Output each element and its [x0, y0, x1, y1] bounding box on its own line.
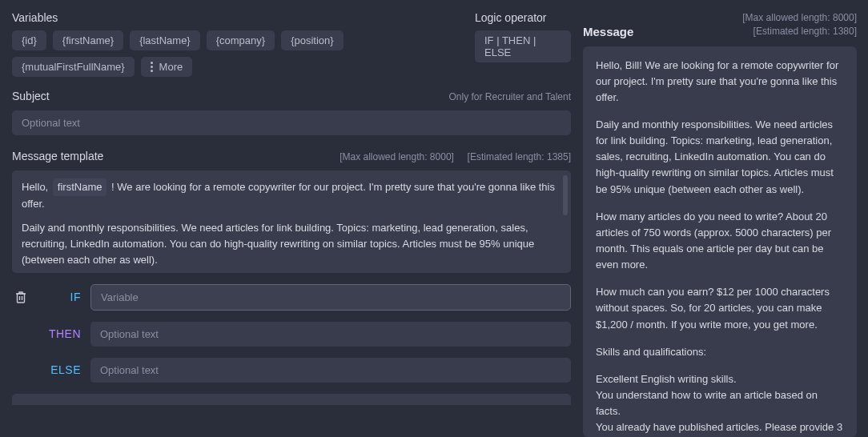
right-panel: Message [Max allowed length: 8000] [Esti…: [583, 0, 868, 437]
else-input[interactable]: [90, 358, 571, 383]
chip-position[interactable]: {position}: [281, 30, 344, 50]
msg-para: Daily and monthly responsibilities. We n…: [596, 117, 844, 198]
msg-list: Excellent English writing skills. You un…: [596, 371, 844, 437]
template-est: [Estimated length: 1385]: [468, 151, 571, 162]
if-variable-input[interactable]: [90, 284, 571, 311]
message-meta: [Max allowed length: 8000] [Estimated le…: [742, 11, 857, 38]
keyword-then: THEN: [39, 327, 81, 340]
message-template-editor[interactable]: Hello, firstName ! We are looking for a …: [12, 170, 571, 273]
variables-label: Variables: [12, 11, 467, 24]
msg-line: You already have published articles. Ple…: [596, 421, 842, 437]
msg-para: Hello, Bill! We are looking for a remote…: [596, 58, 844, 106]
message-preview-title: Message: [583, 25, 633, 38]
next-block-peek: [12, 394, 571, 405]
then-input[interactable]: [90, 322, 571, 347]
chip-firstname[interactable]: {firstName}: [53, 30, 123, 50]
template-meta: [Max allowed length: 8000] [Estimated le…: [340, 150, 571, 164]
msg-para: Skills and qualifications:: [596, 344, 844, 360]
delete-logic-icon[interactable]: [12, 291, 30, 303]
keyword-else: ELSE: [39, 363, 81, 376]
template-max: [Max allowed length: 8000]: [340, 151, 454, 162]
variable-chips: {id} {firstName} {lastName} {company} {p…: [12, 30, 467, 77]
chip-company[interactable]: {company}: [207, 30, 275, 50]
msg-para: How much can you earn? $12 per 1000 char…: [596, 284, 844, 332]
keyword-if: IF: [39, 291, 81, 303]
subject-label: Subject: [12, 90, 50, 102]
chip-more[interactable]: More: [141, 57, 193, 77]
msg-est: [Estimated length: 1380]: [753, 26, 857, 37]
template-text: Hello,: [22, 181, 51, 193]
chip-lastname[interactable]: {lastName}: [130, 30, 200, 50]
template-paragraph: Hello, firstName ! We are looking for a …: [22, 178, 561, 212]
chip-logic-operator[interactable]: IF | THEN | ELSE: [475, 30, 571, 62]
subject-hint: Only for Recruiter and Talent: [448, 90, 571, 104]
msg-line: Excellent English writing skills.: [596, 373, 737, 385]
message-preview-body: Hello, Bill! We are looking for a remote…: [583, 46, 857, 437]
chip-mutual[interactable]: {mutualFirstFullName}: [12, 57, 135, 77]
msg-max: [Max allowed length: 8000]: [742, 12, 857, 23]
svg-rect-0: [18, 294, 25, 303]
message-template-label: Message template: [12, 150, 103, 162]
more-dots-icon: [151, 62, 153, 72]
logic-operator-label: Logic operator: [475, 11, 571, 24]
logic-block: IF THEN ELSE: [12, 284, 571, 383]
chip-more-label: More: [159, 61, 183, 73]
token-firstname[interactable]: firstName: [53, 178, 107, 196]
left-panel: Variables {id} {firstName} {lastName} {c…: [0, 0, 583, 437]
subject-input[interactable]: [12, 110, 571, 135]
msg-para: How many articles do you need to write? …: [596, 209, 844, 274]
chip-id[interactable]: {id}: [12, 30, 46, 50]
template-paragraph: Daily and monthly responsibilities. We n…: [22, 220, 561, 268]
msg-line: You understand how to write an article b…: [596, 389, 818, 417]
